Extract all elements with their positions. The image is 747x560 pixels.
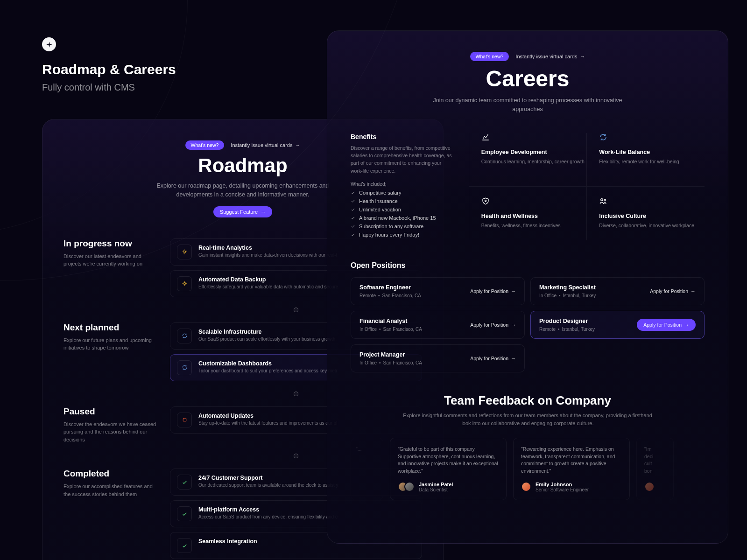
benefit-title: Employee Development [481,149,587,155]
svg-point-3 [485,200,486,202]
position-title: Financial Analyst [359,318,422,324]
svg-point-4 [601,199,603,201]
apply-button[interactable]: Apply for Position [470,356,516,361]
testimonial-card: "Rewarding experience here. Emphasis on … [513,438,630,500]
testimonial-role: Data Scientist [419,487,453,492]
badge-link[interactable]: Instantly issue virtual cards [231,142,300,148]
apply-button[interactable]: Apply for Position [470,288,516,294]
benefit-title: Work-Life Balance [599,149,705,155]
benefit-title: Inclusive Culture [599,213,705,219]
whats-new-pill[interactable]: What's new? [185,140,225,150]
testimonial-text: "Grateful to be part of this company. Su… [398,446,499,475]
benefit-cell: Work-Life Balance Flexibility, remote wo… [586,133,705,187]
position-meta: Remote•Istanbul, Turkey [539,327,595,332]
whats-new-pill[interactable]: What's new? [470,52,509,61]
apply-button[interactable]: Apply for Position [650,288,696,294]
avatar [404,482,415,492]
svg-point-1 [183,283,185,285]
svg-point-5 [604,199,606,201]
testimonial-role: Senior Software Engineer [536,487,589,492]
position-card: Software Engineer Remote•San Francisco, … [351,277,525,305]
section-desc: Discover the endeavors we have ceased pu… [63,420,157,444]
benefit-desc: Flexibility, remote work for well-being [599,158,705,166]
benefits-intro: Benefits Discover a range of benefits, f… [351,133,469,240]
benefits-title: Benefits [351,133,455,140]
position-card: Project Manager In Office•San Francisco,… [351,344,525,372]
included-item: Subscription to any software [351,224,455,229]
apply-button[interactable]: Apply for Position [637,319,696,331]
benefit-title: Health and Wellness [481,213,587,219]
refresh-icon [599,133,705,143]
page-header: Roadmap & Careers Fully control with CMS [42,37,176,93]
position-meta: In Office•San Francisco, CA [359,327,422,332]
refresh-icon [177,329,192,343]
careers-title: Careers [351,66,705,91]
included-item: Happy hours every Friday! [351,232,455,238]
avatar [521,482,531,492]
testimonial-name: Jasmine Patel [419,482,453,487]
check-icon [177,506,192,521]
benefit-desc: Benefits, wellness, fitness incentives [481,222,587,230]
people-icon [599,197,705,207]
testimonial-card: "... [351,438,383,500]
benefit-desc: Continuous learning, mentorship, career … [481,158,587,166]
position-card: Product Designer Remote•Istanbul, Turkey… [530,311,705,339]
page-subtitle: Fully control with CMS [42,82,176,93]
sun-icon [177,276,192,291]
open-positions-title: Open Positions [351,261,705,270]
section-title: Completed [63,469,157,479]
testimonial-text: "Rewarding experience here. Emphasis on … [521,446,622,475]
sun-icon [177,245,192,259]
feedback-title: Team Feedback on Company [351,393,705,408]
section-desc: Discover our latest endeavors and projec… [63,252,157,268]
chart-icon [481,133,587,143]
included-item: A brand new Macbook, iPhone 15 [351,215,455,221]
position-meta: In Office•Istanbul, Turkey [539,293,596,298]
benefit-desc: Diverse, collaborative, innovative workp… [599,222,705,230]
badge-link[interactable]: Instantly issue virtual cards [515,54,585,59]
page-title: Roadmap & Careers [42,62,176,77]
section-title: In progress now [63,238,157,249]
included-label: What's included; [351,181,455,187]
careers-subtitle: Join our dynamic team committed to resha… [427,96,628,114]
shield-icon [481,197,587,207]
position-title: Software Engineer [359,284,421,291]
benefit-cell: Health and Wellness Benefits, wellness, … [469,186,587,240]
feedback-sub: Explore insightful comments and reflecti… [402,412,654,427]
svg-rect-2 [183,419,186,422]
refresh-icon [177,360,192,375]
position-meta: In Office•San Francisco, CA [359,360,422,365]
benefit-cell: Inclusive Culture Diverse, collaborative… [586,186,705,240]
position-meta: Remote•San Francisco, CA [359,293,421,298]
testimonial-card: "Imdecicultbon [636,438,674,500]
section-desc: Explore our accomplished features and th… [63,483,157,498]
section-title: Next planned [63,322,157,333]
position-card: Financial Analyst In Office•San Francisc… [351,311,525,339]
careers-panel: What's new? Instantly issue virtual card… [327,30,728,544]
check-icon [177,475,192,490]
logo-icon [42,37,56,51]
roadmap-subtitle: Explore our roadmap page, detailing upco… [142,182,343,200]
suggest-feature-button[interactable]: Suggest Feature [213,206,272,217]
position-title: Marketing Specialist [539,284,596,291]
included-item: Competitive salary [351,190,455,196]
included-item: Unlimited vacation [351,207,455,212]
position-title: Product Designer [539,318,595,324]
benefit-cell: Employee Development Continuous learning… [469,133,587,187]
section-title: Paused [63,406,157,417]
testimonial-card: "Grateful to be part of this company. Su… [390,438,507,500]
position-card: Marketing Specialist In Office•Istanbul,… [530,277,705,305]
benefits-desc: Discover a range of benefits, from compe… [351,144,455,175]
section-desc: Explore our future plans and upcoming in… [63,336,157,352]
check-icon [177,538,192,553]
testimonial-name: Emily Johnson [536,482,589,487]
square-icon [177,413,192,427]
apply-button[interactable]: Apply for Position [470,322,516,328]
position-title: Project Manager [359,351,422,358]
svg-point-0 [183,251,185,253]
included-item: Health insurance [351,198,455,204]
avatar [644,482,655,492]
